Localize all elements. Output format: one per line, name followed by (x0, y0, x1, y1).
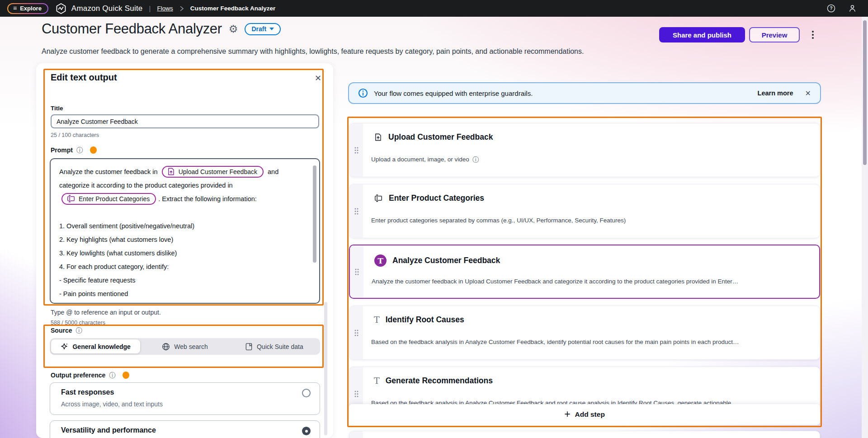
prompt-line: 2. Key highlights (what customers love) (59, 233, 307, 246)
prompt-line: - Specific feature requests (59, 273, 307, 287)
prompt-textarea[interactable]: Analyze the customer feedback in Upload … (50, 158, 320, 304)
prompt-text: and (266, 168, 278, 175)
upload-file-icon (374, 133, 382, 141)
drag-handle[interactable] (349, 431, 363, 438)
flow-step-card[interactable]: TAnalyze Customer FeedbackAnalyze the cu… (349, 245, 820, 299)
explore-button[interactable]: ≡ Explore (7, 3, 48, 14)
step-title: Enter Product Categories (389, 193, 484, 203)
output-option-radio[interactable] (302, 389, 311, 397)
flow-step-card[interactable]: Upload Customer FeedbackUpload a documen… (349, 123, 820, 177)
page-scrollbar-track[interactable] (862, 17, 868, 438)
step-description: Analyze the customer feedback in Upload … (372, 278, 738, 285)
source-tab-quick-suite-data[interactable]: Quick Suite data (230, 339, 319, 353)
prompt-text: categorize it according to the product c… (59, 182, 233, 189)
hamburger-menu-icon: ≡ (13, 5, 17, 11)
panel-close-icon[interactable]: ✕ (315, 73, 321, 83)
banner-close-icon[interactable]: ✕ (805, 89, 811, 98)
output-preference-info-icon[interactable]: ⓘ (109, 372, 115, 378)
caret-down-icon (269, 28, 274, 30)
flow-step-card[interactable]: Enter Product CategoriesEnter product ca… (349, 184, 820, 238)
status-badge-draft[interactable]: Draft (245, 23, 281, 35)
output-option-radio[interactable] (302, 427, 311, 435)
page-background: Customer Feedback Analyzer ⚙ Draft Analy… (0, 0, 868, 438)
prompt-info-icon[interactable]: ⓘ (76, 147, 83, 153)
step-description: Based on the feedback analysis in Analyz… (371, 339, 739, 345)
panel-scrollbar-thumb[interactable] (324, 302, 327, 435)
output-option-title: Fast responses (61, 388, 114, 396)
page-scrollbar-thumb[interactable] (863, 20, 867, 165)
prompt-label: Prompt (51, 146, 73, 154)
prompt-line (59, 206, 307, 219)
breadcrumb-flows-link[interactable]: Flows (157, 5, 173, 12)
text-icon: T (374, 377, 380, 386)
page-header: Customer Feedback Analyzer ⚙ Draft (42, 21, 281, 37)
prompt-text: 3. Key lowlights (what customers dislike… (59, 250, 177, 257)
step-title-row: TAnalyze Customer Feedback (374, 254, 500, 267)
reference-pill[interactable]: Enter Product Categories (61, 193, 156, 205)
status-badge-label: Draft (251, 25, 266, 33)
page-title: Customer Feedback Analyzer (42, 21, 222, 37)
prompt-line: 3. Key lowlights (what customers dislike… (59, 246, 307, 260)
source-tab-label: Quick Suite data (257, 343, 303, 350)
help-icon[interactable]: ? (826, 4, 836, 13)
title-input[interactable] (51, 114, 319, 128)
output-option-card[interactable]: Versatility and performance (50, 420, 320, 438)
input-box-icon (66, 194, 75, 203)
settings-gear-icon[interactable]: ⚙ (229, 24, 238, 34)
user-profile-icon[interactable] (848, 4, 857, 13)
sparkle-icon (61, 343, 68, 350)
output-preference-label-row: Output preference ⓘ (51, 372, 129, 379)
step-title-row: Enter Product Categories (374, 193, 484, 203)
step-title-row: Upload Customer Feedback (374, 132, 493, 142)
chevron-right-icon (179, 6, 184, 11)
source-tab-general-knowledge[interactable]: General knowledge (51, 339, 140, 353)
prompt-line: 1. Overall sentiment (positive/negative/… (59, 219, 307, 233)
drag-handle[interactable] (349, 184, 363, 238)
prompt-line: Analyze the customer feedback in Upload … (59, 165, 307, 179)
drag-handle[interactable] (350, 245, 363, 298)
learn-more-link[interactable]: Learn more (758, 89, 793, 97)
prompt-line: - Pain points mentioned (59, 287, 307, 301)
drag-handle[interactable] (349, 306, 363, 359)
top-navigation-bar: ≡ Explore Amazon Quick Suite | Flows Cus… (0, 0, 868, 17)
prompt-label-row: Prompt ⓘ (51, 146, 97, 154)
reference-pill-label: Upload Customer Feedback (179, 168, 257, 175)
source-tab-web-search[interactable]: Web search (140, 339, 229, 353)
input-box-icon (374, 194, 383, 203)
step-info-icon[interactable]: ⓘ (472, 156, 479, 163)
flow-description: Analyze customer feedback to generate a … (42, 47, 584, 56)
more-actions-kebab-icon[interactable] (809, 28, 817, 42)
source-label: Source (51, 327, 72, 334)
reference-pill-label: Enter Product Categories (79, 195, 150, 203)
explore-label: Explore (20, 5, 42, 12)
prompt-text: 4. For each product category, identify: (59, 263, 169, 270)
step-description-text: Analyze the customer feedback in Upload … (372, 278, 738, 285)
add-step-button[interactable]: + Add step (349, 404, 820, 425)
flow-step-card[interactable]: TIdentify Root CausesBased on the feedba… (349, 306, 820, 360)
preview-button[interactable]: Preview (749, 27, 800, 42)
step-description: Enter product categories separated by co… (371, 217, 626, 224)
source-label-row: Source ⓘ (51, 327, 82, 334)
step-title: Identify Root Causes (386, 315, 464, 325)
annotation-dot-prompt (90, 146, 97, 154)
prompt-scrollbar-thumb[interactable] (313, 165, 316, 263)
source-tab-label: General knowledge (72, 343, 130, 350)
flow-step-card[interactable]: TGenerate Executive Summary (349, 431, 820, 438)
share-and-publish-button[interactable]: Share and publish (659, 27, 745, 42)
breadcrumb-separator: | (149, 5, 151, 12)
prompt-hint: Type @ to reference an input or output. (51, 309, 161, 316)
reference-pill[interactable]: Upload Customer Feedback (162, 166, 264, 178)
quick-suite-logo-icon[interactable] (55, 3, 67, 14)
step-title: Analyze Customer Feedback (392, 256, 500, 265)
prompt-line: Enter Product Categories. Extract the fo… (59, 192, 307, 206)
info-icon (358, 88, 368, 98)
prompt-char-count: 588 / 5000 characters (51, 320, 105, 326)
step-title: Generate Recommendations (386, 376, 493, 386)
globe-icon (162, 343, 170, 351)
step-description-text: Upload a document, image, or video (371, 156, 469, 163)
output-option-card[interactable]: Fast responsesAcross image, video, and t… (50, 382, 320, 415)
step-title-row: TGenerate Recommendations (374, 376, 493, 386)
drag-handle[interactable] (349, 123, 363, 177)
source-info-icon[interactable]: ⓘ (75, 327, 82, 334)
prompt-text: 2. Key highlights (what customers love) (59, 236, 173, 243)
